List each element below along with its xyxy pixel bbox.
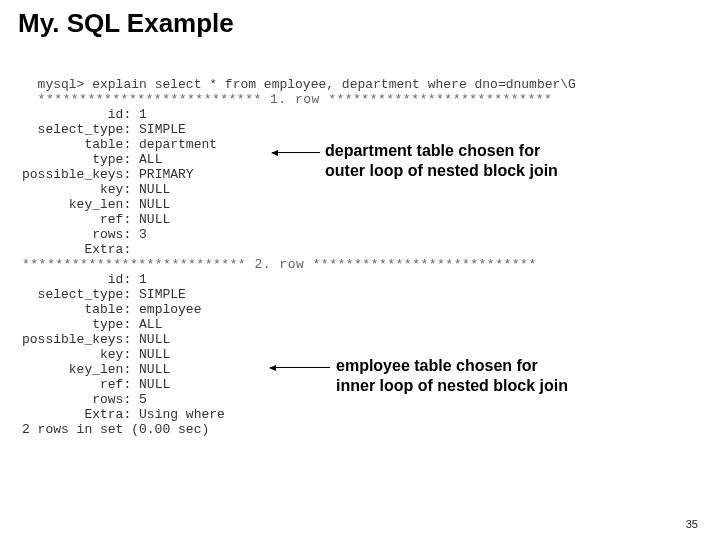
page-title: My. SQL Example	[18, 8, 234, 39]
row-header-1: *************************** 1. row *****…	[38, 92, 553, 107]
arrow-left-icon	[272, 152, 320, 153]
row-header-2: *************************** 2. row *****…	[22, 257, 537, 272]
arrow-left-icon	[270, 367, 330, 368]
footer-line: 2 rows in set (0.00 sec)	[22, 422, 209, 437]
annotation-department: department table chosen for outer loop o…	[325, 141, 645, 181]
annotation-employee: employee table chosen for inner loop of …	[336, 356, 656, 396]
query-line: mysql> explain select * from employee, d…	[38, 77, 576, 92]
page-number: 35	[686, 518, 698, 530]
